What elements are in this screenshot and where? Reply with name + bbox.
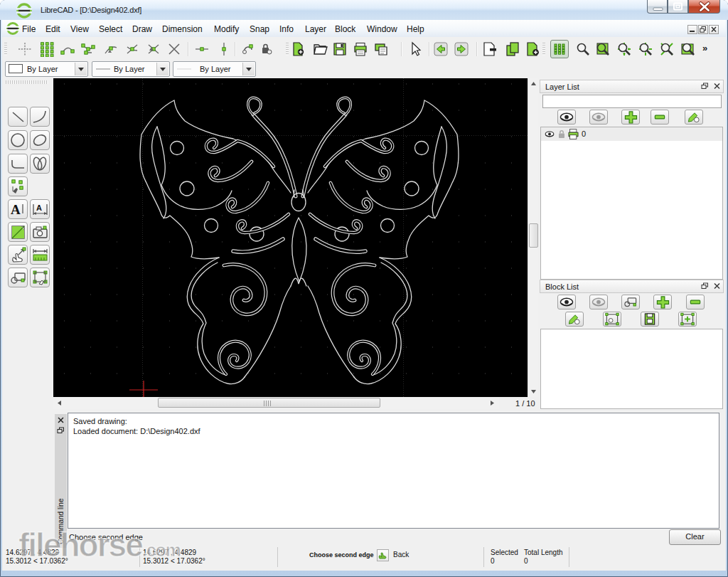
svg-text:A: A xyxy=(11,202,21,217)
svg-text:A: A xyxy=(36,203,42,212)
